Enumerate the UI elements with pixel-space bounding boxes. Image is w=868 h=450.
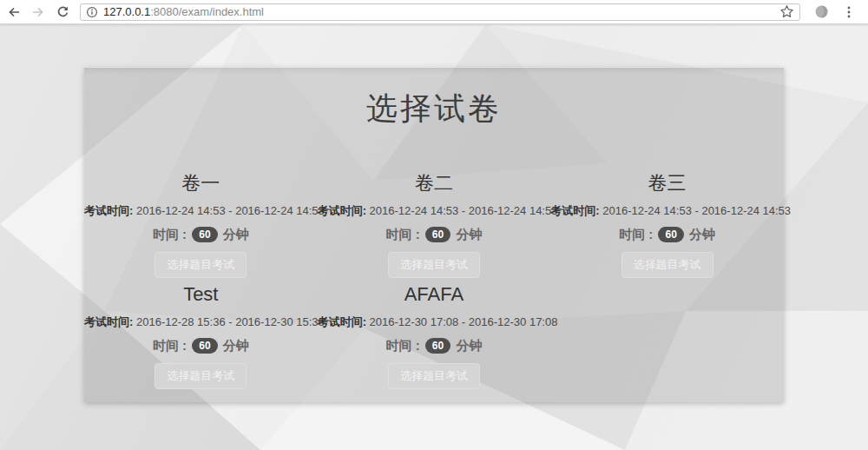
duration-label: 时间 :: [153, 227, 187, 242]
paper-name: 卷三: [550, 171, 784, 195]
paper-name: 卷一: [84, 171, 318, 195]
exam-paper-card: AFAFA 考试时间: 2016-12-30 17:08 - 2016-12-3…: [318, 282, 551, 389]
duration-unit: 分钟: [223, 338, 249, 353]
back-arrow-icon[interactable]: [3, 2, 24, 23]
paper-name: Test: [84, 282, 318, 307]
info-icon[interactable]: [86, 6, 98, 18]
exam-time-range: 2016-12-24 14:53 - 2016-12-24 14:53: [602, 204, 791, 217]
button-row: 选择题目考试: [550, 243, 784, 278]
browser-toolbar: 127.0.0.1:8080/exam/index.html: [0, 0, 868, 24]
exam-paper-card: 卷一 考试时间: 2016-12-24 14:53 - 2016-12-24 1…: [84, 171, 318, 278]
duration-badge: 60: [192, 338, 217, 354]
url-path: :8080/exam/index.html: [150, 5, 264, 18]
exam-paper-card: 卷二 考试时间: 2016-12-24 14:53 - 2016-12-24 1…: [318, 171, 551, 278]
exam-time-label: 考试时间:: [318, 315, 366, 328]
select-exam-button[interactable]: 选择题目考试: [155, 363, 247, 389]
button-row: 选择题目考试: [84, 243, 318, 278]
duration-row: 时间 : 60 分钟: [84, 227, 318, 243]
duration-unit: 分钟: [689, 227, 715, 242]
exam-time-label: 考试时间:: [84, 204, 133, 217]
exam-paper-card: Test 考试时间: 2016-12-28 15:36 - 2016-12-30…: [84, 282, 318, 389]
star-icon[interactable]: [779, 4, 794, 19]
duration-label: 时间 :: [619, 227, 653, 242]
url-text[interactable]: 127.0.0.1:8080/exam/index.html: [103, 5, 264, 18]
duration-label: 时间 :: [153, 338, 187, 353]
duration-badge: 60: [192, 227, 217, 242]
refresh-icon[interactable]: [52, 2, 73, 23]
page-content: 选择试卷 卷一 考试时间: 2016-12-24 14:53 - 2016-12…: [0, 24, 868, 450]
menu-dots-icon[interactable]: [838, 2, 859, 23]
button-row: 选择题目考试: [318, 243, 551, 278]
duration-row: 时间 : 60 分钟: [550, 227, 784, 243]
select-exam-button[interactable]: 选择题目考试: [388, 252, 480, 278]
exam-time-label: 考试时间:: [84, 315, 133, 328]
select-exam-button[interactable]: 选择题目考试: [388, 363, 480, 389]
page-title: 选择试卷: [84, 87, 784, 130]
duration-row: 时间 : 60 分钟: [318, 227, 551, 243]
duration-unit: 分钟: [456, 227, 482, 242]
duration-unit: 分钟: [456, 338, 482, 353]
exam-time-row: 考试时间: 2016-12-24 14:53 - 2016-12-24 14:5…: [550, 203, 784, 219]
duration-badge: 60: [658, 227, 683, 242]
exam-time-row: 考试时间: 2016-12-30 17:08 - 2016-12-30 17:0…: [318, 314, 551, 330]
paper-name: AFAFA: [318, 282, 551, 307]
exam-time-row: 考试时间: 2016-12-24 14:53 - 2016-12-24 14:5…: [318, 203, 551, 219]
url-host: 127.0.0.1: [103, 5, 150, 18]
exam-time-range: 2016-12-24 14:53 - 2016-12-24 14:53: [370, 204, 558, 217]
button-row: 选择题目考试: [318, 354, 551, 389]
button-row: 选择题目考试: [84, 354, 318, 389]
exam-time-range: 2016-12-30 17:08 - 2016-12-30 17:08: [370, 315, 558, 328]
exam-time-row: 考试时间: 2016-12-24 14:53 - 2016-12-24 14:5…: [84, 203, 318, 219]
select-exam-button[interactable]: 选择题目考试: [621, 252, 713, 278]
select-exam-button[interactable]: 选择题目考试: [155, 252, 247, 278]
extension-globe-icon[interactable]: [811, 2, 832, 23]
duration-unit: 分钟: [223, 227, 249, 242]
exam-time-label: 考试时间:: [550, 204, 599, 217]
exam-time-label: 考试时间:: [318, 204, 366, 217]
duration-label: 时间 :: [386, 227, 420, 242]
browser-window: 127.0.0.1:8080/exam/index.html: [0, 0, 868, 450]
forward-arrow-icon[interactable]: [28, 2, 49, 23]
exam-panel: 选择试卷 卷一 考试时间: 2016-12-24 14:53 - 2016-12…: [84, 67, 784, 402]
exam-time-range: 2016-12-24 14:53 - 2016-12-24 14:53: [136, 204, 325, 217]
duration-row: 时间 : 60 分钟: [84, 338, 318, 354]
exam-paper-card: 卷三 考试时间: 2016-12-24 14:53 - 2016-12-24 1…: [550, 171, 784, 278]
exam-time-range: 2016-12-28 15:36 - 2016-12-30 15:36: [136, 315, 325, 328]
exam-time-row: 考试时间: 2016-12-28 15:36 - 2016-12-30 15:3…: [84, 314, 318, 330]
duration-badge: 60: [425, 227, 450, 242]
address-bar[interactable]: 127.0.0.1:8080/exam/index.html: [80, 3, 800, 21]
papers-grid: 卷一 考试时间: 2016-12-24 14:53 - 2016-12-24 1…: [84, 171, 784, 394]
paper-name: 卷二: [318, 171, 551, 195]
duration-badge: 60: [425, 338, 450, 354]
duration-label: 时间 :: [386, 338, 420, 353]
toolbar-right-icons: [807, 2, 863, 23]
duration-row: 时间 : 60 分钟: [318, 338, 551, 354]
